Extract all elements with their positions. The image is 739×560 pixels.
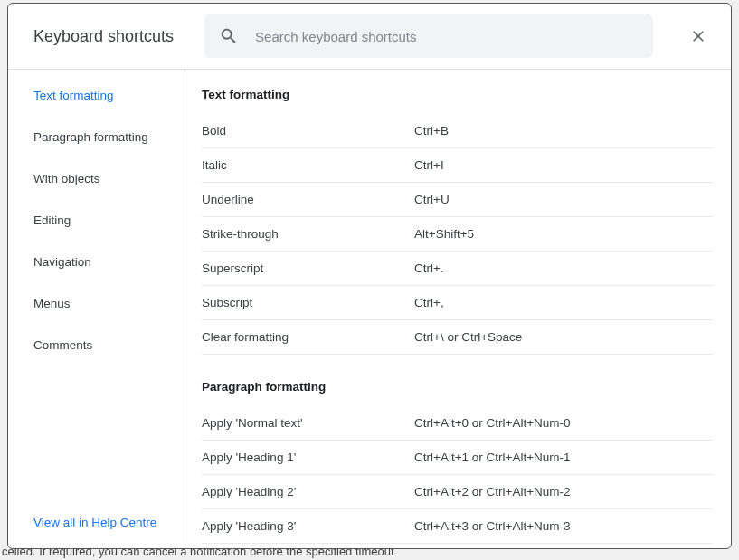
shortcut-keys: Ctrl+I	[414, 158, 713, 172]
shortcut-row: Strike-throughAlt+Shift+5	[202, 217, 713, 252]
dialog-body: Text formattingParagraph formattingWith …	[8, 69, 731, 548]
section-text-formatting: Text formattingBoldCtrl+BItalicCtrl+IUnd…	[202, 88, 713, 355]
shortcut-name: Bold	[202, 124, 414, 138]
shortcut-name: Apply 'Heading 3'	[202, 519, 414, 533]
shortcut-keys: Ctrl+,	[414, 296, 713, 309]
shortcut-keys: Ctrl+Alt+0 or Ctrl+Alt+Num-0	[414, 416, 713, 430]
sidebar-nav: Text formattingParagraph formattingWith …	[8, 70, 185, 498]
shortcut-name: Apply 'Normal text'	[202, 416, 414, 430]
shortcut-keys: Ctrl+B	[414, 124, 713, 138]
shortcut-name: Superscript	[202, 261, 414, 275]
keyboard-shortcuts-dialog: Keyboard shortcuts Text formattingParagr…	[7, 3, 732, 549]
sidebar-item-comments[interactable]: Comments	[8, 325, 185, 366]
shortcut-row: UnderlineCtrl+U	[202, 183, 713, 217]
sidebar-item-paragraph-formatting[interactable]: Paragraph formatting	[8, 117, 185, 158]
shortcut-name: Apply 'Heading 1'	[202, 451, 414, 464]
search-icon	[219, 26, 239, 46]
shortcut-row: Apply 'Heading 3'Ctrl+Alt+3 or Ctrl+Alt+…	[202, 509, 713, 544]
section-title: Text formatting	[202, 88, 713, 101]
shortcut-keys: Ctrl+Alt+1 or Ctrl+Alt+Num-1	[414, 451, 713, 464]
close-icon	[689, 27, 707, 45]
sidebar-item-text-formatting[interactable]: Text formatting	[8, 75, 185, 117]
sidebar: Text formattingParagraph formattingWith …	[8, 70, 185, 548]
section-paragraph-formatting: Paragraph formattingApply 'Normal text'C…	[202, 380, 713, 544]
sidebar-footer: View all in Help Centre	[8, 498, 185, 548]
dialog-header: Keyboard shortcuts	[8, 4, 731, 69]
shortcut-row: ItalicCtrl+I	[202, 148, 713, 183]
shortcut-keys: Ctrl+Alt+3 or Ctrl+Alt+Num-3	[414, 519, 713, 533]
sidebar-item-navigation[interactable]: Navigation	[8, 242, 185, 283]
shortcut-row: SuperscriptCtrl+.	[202, 252, 713, 286]
shortcut-name: Apply 'Heading 2'	[202, 485, 414, 498]
shortcut-keys: Ctrl+U	[414, 193, 713, 206]
shortcut-keys: Ctrl+\ or Ctrl+Space	[414, 330, 713, 344]
sidebar-item-editing[interactable]: Editing	[8, 200, 185, 242]
section-title: Paragraph formatting	[202, 380, 713, 394]
search-container[interactable]	[204, 14, 653, 58]
dialog-title: Keyboard shortcuts	[33, 27, 174, 46]
shortcut-name: Strike-through	[202, 227, 414, 241]
shortcut-keys: Alt+Shift+5	[414, 227, 713, 241]
shortcut-name: Italic	[202, 158, 414, 172]
shortcut-row: Apply 'Heading 2'Ctrl+Alt+2 or Ctrl+Alt+…	[202, 475, 713, 509]
close-button[interactable]	[684, 22, 713, 51]
shortcut-row: Apply 'Heading 1'Ctrl+Alt+1 or Ctrl+Alt+…	[202, 441, 713, 475]
shortcut-row: BoldCtrl+B	[202, 114, 713, 148]
search-input[interactable]	[255, 29, 639, 44]
shortcut-row: Apply 'Normal text'Ctrl+Alt+0 or Ctrl+Al…	[202, 406, 713, 441]
shortcut-name: Subscript	[202, 296, 414, 309]
shortcut-keys: Ctrl+Alt+2 or Ctrl+Alt+Num-2	[414, 485, 713, 498]
shortcut-row: SubscriptCtrl+,	[202, 286, 713, 320]
content-area[interactable]: Text formattingBoldCtrl+BItalicCtrl+IUnd…	[185, 70, 731, 548]
shortcut-name: Clear formatting	[202, 330, 414, 344]
shortcut-name: Underline	[202, 193, 414, 206]
shortcut-row: Clear formattingCtrl+\ or Ctrl+Space	[202, 320, 713, 355]
help-centre-link[interactable]: View all in Help Centre	[33, 516, 156, 529]
shortcut-keys: Ctrl+.	[414, 261, 713, 275]
sidebar-item-with-objects[interactable]: With objects	[8, 158, 185, 200]
sidebar-item-menus[interactable]: Menus	[8, 283, 185, 325]
